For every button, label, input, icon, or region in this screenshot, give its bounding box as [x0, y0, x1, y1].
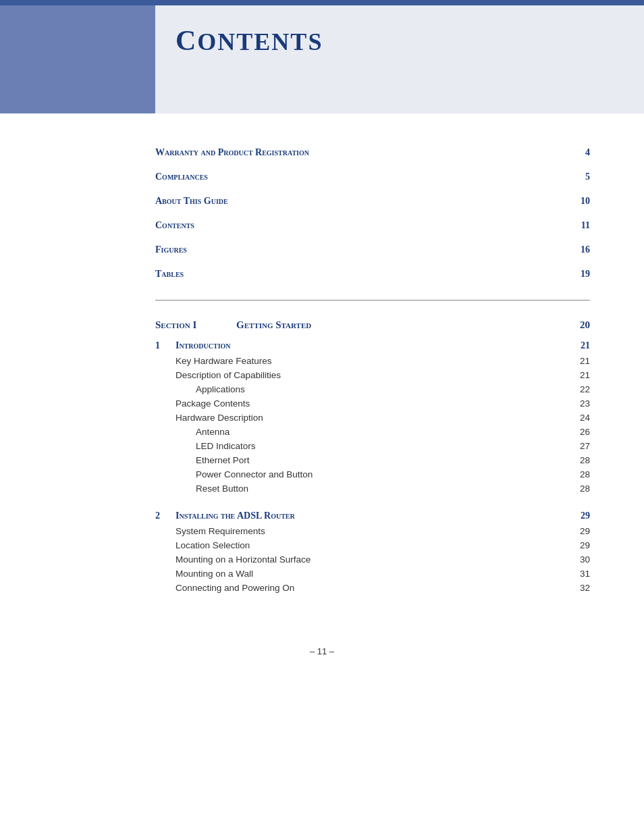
toc-entry-contents: Contents 11: [155, 213, 590, 238]
sub-led-indicators: LED Indicators 27: [155, 439, 590, 453]
divider: [155, 300, 590, 301]
header-section: CONTENTS: [0, 5, 644, 113]
sub-ethernet-port: Ethernet Port 28: [155, 453, 590, 467]
toc-main-entries: Warranty and Product Registration 4 Comp…: [155, 140, 590, 286]
sub-ethernet-title: Ethernet Port: [196, 455, 580, 465]
sub-key-hardware: Key Hardware Features 21: [155, 354, 590, 368]
sub-power-page: 28: [580, 469, 590, 479]
chapter-2-page: 29: [581, 511, 590, 521]
chapter-1-title: Introduction: [176, 340, 581, 351]
chapter-1-number: 1: [155, 340, 176, 351]
sub-location-sel: Location Selection 29: [155, 538, 590, 552]
toc-page-tables: 19: [581, 269, 590, 280]
sub-antenna-title: Antenna: [196, 427, 580, 437]
toc-entry-tables: Tables 19: [155, 262, 590, 286]
page-wrapper: CONTENTS Warranty and Product Registrati…: [0, 0, 644, 834]
sub-applications: Applications 22: [155, 382, 590, 396]
sub-power-connector: Power Connector and Button 28: [155, 467, 590, 481]
toc-title-about: About This Guide: [155, 196, 228, 207]
top-bar: [0, 0, 644, 5]
sub-connecting-powering-title: Connecting and Powering On: [176, 583, 580, 593]
sub-mounting-horiz-page: 30: [580, 554, 590, 565]
toc-page-compliances: 5: [585, 172, 590, 182]
sub-system-req-page: 29: [580, 526, 590, 536]
sub-antenna-page: 26: [580, 427, 590, 437]
sub-reset-title: Reset Button: [196, 484, 580, 494]
sub-mounting-wall-title: Mounting on a Wall: [176, 569, 580, 579]
toc-page-contents: 11: [581, 220, 590, 231]
page-title-text: CONTENTS: [176, 28, 323, 55]
sub-mounting-wall-page: 31: [580, 569, 590, 579]
page-title: CONTENTS: [176, 24, 323, 57]
toc-page-warranty: 4: [585, 147, 590, 158]
toc-entry-warranty: Warranty and Product Registration 4: [155, 140, 590, 165]
toc-title-warranty: Warranty and Product Registration: [155, 147, 309, 158]
sub-reset-button: Reset Button 28: [155, 481, 590, 496]
footer-page-number: – 11 –: [310, 646, 334, 656]
sub-led-title: LED Indicators: [196, 441, 580, 451]
sub-hardware-desc-page: 24: [580, 413, 590, 423]
sub-power-title: Power Connector and Button: [196, 469, 580, 479]
toc-title-tables: Tables: [155, 269, 184, 280]
chapter-2-block: 2 Installing the ADSL Router 29 System R…: [155, 506, 590, 595]
sub-key-hardware-title: Key Hardware Features: [176, 356, 580, 366]
sub-hardware-desc-title: Hardware Description: [176, 413, 580, 423]
toc-title-compliances: Compliances: [155, 172, 208, 182]
sub-desc-capabilities-page: 21: [580, 370, 590, 380]
chapter-1-page: 21: [581, 340, 590, 351]
toc-entry-about: About This Guide 10: [155, 189, 590, 213]
sub-package-contents-title: Package Contents: [176, 398, 580, 409]
header-sidebar: [0, 5, 155, 113]
section-i-page: 20: [580, 319, 590, 331]
chapter-2-number: 2: [155, 511, 176, 521]
sub-location-sel-title: Location Selection: [176, 540, 580, 550]
toc-page-figures: 16: [581, 244, 590, 255]
main-content: Warranty and Product Registration 4 Comp…: [0, 113, 644, 633]
sub-package-contents: Package Contents 23: [155, 396, 590, 411]
chapter-1-block: 1 Introduction 21 Key Hardware Features …: [155, 336, 590, 496]
sub-system-req: System Requirements 29: [155, 524, 590, 538]
sub-applications-title: Applications: [196, 384, 580, 394]
sub-location-sel-page: 29: [580, 540, 590, 550]
sub-applications-page: 22: [580, 384, 590, 394]
sub-desc-capabilities: Description of Capabilities 21: [155, 368, 590, 382]
sub-desc-capabilities-title: Description of Capabilities: [176, 370, 580, 380]
toc-page-about: 10: [581, 196, 590, 207]
toc-title-figures: Figures: [155, 244, 187, 255]
header-title-area: CONTENTS: [155, 5, 644, 113]
sub-hardware-desc: Hardware Description 24: [155, 411, 590, 425]
chapter-1-header: 1 Introduction 21: [155, 336, 590, 354]
sub-connecting-powering-page: 32: [580, 583, 590, 593]
sub-mounting-wall: Mounting on a Wall 31: [155, 567, 590, 581]
chapter-2-title: Installing the ADSL Router: [176, 511, 581, 521]
sub-antenna: Antenna 26: [155, 425, 590, 439]
section-i-header: Section I Getting Started 20: [155, 314, 590, 336]
sub-mounting-horiz: Mounting on a Horizontal Surface 30: [155, 552, 590, 567]
section-i-label: Section I: [155, 319, 236, 331]
toc-entry-figures: Figures 16: [155, 238, 590, 262]
sub-package-contents-page: 23: [580, 398, 590, 409]
sub-key-hardware-page: 21: [580, 356, 590, 366]
toc-entry-compliances: Compliances 5: [155, 165, 590, 189]
sub-connecting-powering: Connecting and Powering On 32: [155, 581, 590, 595]
chapter-2-header: 2 Installing the ADSL Router 29: [155, 506, 590, 524]
sub-reset-page: 28: [580, 484, 590, 494]
sub-ethernet-page: 28: [580, 455, 590, 465]
section-i-title: Getting Started: [236, 319, 580, 331]
page-footer: – 11 –: [0, 633, 644, 677]
sub-led-page: 27: [580, 441, 590, 451]
sub-system-req-title: System Requirements: [176, 526, 580, 536]
toc-title-contents: Contents: [155, 220, 194, 231]
sub-mounting-horiz-title: Mounting on a Horizontal Surface: [176, 554, 580, 565]
